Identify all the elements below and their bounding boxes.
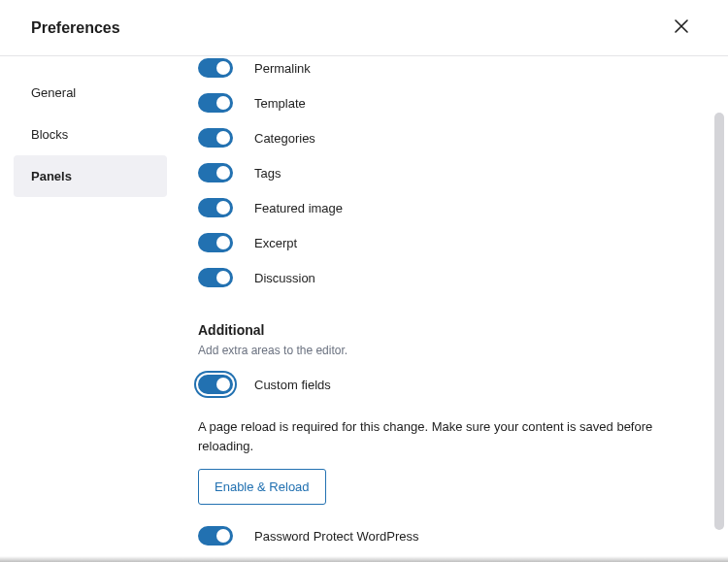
toggle-knob <box>216 236 230 249</box>
toggle-excerpt[interactable] <box>198 233 233 252</box>
tab-label: Panels <box>31 169 72 183</box>
toggle-categories[interactable] <box>198 128 233 148</box>
toggle-label: Permalink <box>254 61 311 76</box>
toggle-knob <box>216 61 230 75</box>
toggle-row-ppw: Password Protect WordPress <box>198 518 707 553</box>
toggle-knob <box>216 271 230 284</box>
toggle-knob <box>216 131 230 145</box>
toggle-label: Categories <box>254 131 315 146</box>
close-button[interactable] <box>666 13 697 44</box>
close-icon <box>675 17 688 38</box>
toggle-row-custom-fields: Custom fields <box>198 367 707 402</box>
modal-title: Preferences <box>31 19 120 37</box>
toggle-password-protect-wordpress[interactable] <box>198 526 233 545</box>
modal-header: Preferences <box>0 0 728 56</box>
toggle-label: Excerpt <box>254 236 297 250</box>
toggle-label: Tags <box>254 166 281 181</box>
toggle-row-featured-image: Featured image <box>198 190 707 225</box>
toggle-row-permalink: Permalink <box>198 56 707 85</box>
toggle-knob <box>216 166 230 180</box>
toggle-label: Custom fields <box>254 378 331 392</box>
toggle-knob <box>216 201 230 215</box>
enable-reload-button[interactable]: Enable & Reload <box>198 469 326 505</box>
toggle-row-categories: Categories <box>198 120 707 155</box>
toggle-label: Password Protect WordPress <box>254 529 419 544</box>
additional-heading: Additional <box>198 322 707 338</box>
scrollbar-thumb[interactable] <box>714 113 724 530</box>
toggle-discussion[interactable] <box>198 268 233 287</box>
toggle-custom-fields[interactable] <box>198 375 233 394</box>
toggle-knob <box>216 378 230 391</box>
toggle-permalink[interactable] <box>198 58 233 78</box>
preferences-tabs: General Blocks Panels <box>0 56 167 558</box>
toggle-template[interactable] <box>198 93 233 113</box>
toggle-row-template: Template <box>198 85 707 120</box>
tab-panels[interactable]: Panels <box>14 155 167 197</box>
reload-note: A page reload is required for this chang… <box>198 417 707 455</box>
toggle-label: Discussion <box>254 271 315 285</box>
toggle-featured-image[interactable] <box>198 198 233 217</box>
toggle-tags[interactable] <box>198 163 233 182</box>
tab-label: General <box>31 85 76 100</box>
toggle-label: Template <box>254 96 306 111</box>
toggle-knob <box>216 529 230 543</box>
toggle-label: Featured image <box>254 201 343 215</box>
tab-blocks[interactable]: Blocks <box>14 114 167 155</box>
toggle-row-excerpt: Excerpt <box>198 225 707 260</box>
additional-description: Add extra areas to the editor. <box>198 344 707 357</box>
modal-body: General Blocks Panels Permalink Template… <box>0 56 728 558</box>
panels-content: Permalink Template Categories Tags Featu… <box>167 56 728 558</box>
toggle-row-discussion: Discussion <box>198 260 707 295</box>
tab-general[interactable]: General <box>14 72 167 114</box>
toggle-row-tags: Tags <box>198 155 707 190</box>
toggle-knob <box>216 96 230 110</box>
tab-label: Blocks <box>31 127 68 142</box>
